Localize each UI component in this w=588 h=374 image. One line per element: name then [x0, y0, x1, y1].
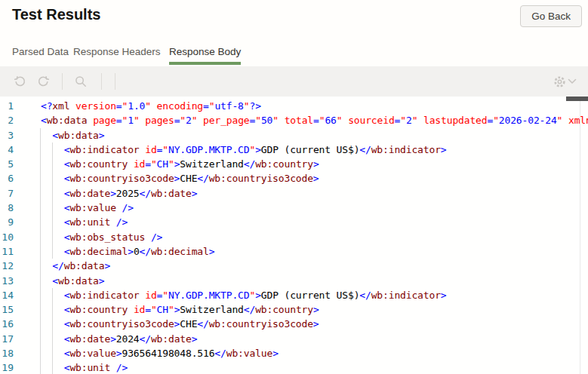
line-number: 7	[0, 186, 14, 201]
line-number: 2	[0, 113, 14, 127]
line-number: 10	[0, 230, 14, 244]
code-line: 13 <wb:data>	[0, 274, 588, 288]
code-lines: 1<?xml version="1.0" encoding="utf-8"?>2…	[0, 97, 588, 374]
code-editor[interactable]: 1<?xml version="1.0" encoding="utf-8"?>2…	[0, 97, 588, 374]
scrollbar-thumb[interactable]	[566, 97, 588, 101]
scrollbar-track	[580, 97, 580, 374]
line-number: 15	[0, 302, 14, 317]
line-number: 16	[0, 317, 14, 331]
code-line: 1<?xml version="1.0" encoding="utf-8"?>	[0, 99, 588, 113]
line-number: 4	[0, 143, 14, 157]
line-number: 6	[0, 171, 14, 185]
tab-bar: Parsed Data Response Headers Response Bo…	[0, 36, 588, 66]
code-line: 4 <wb:indicator id="NY.GDP.MKTP.CD">GDP …	[0, 143, 588, 157]
code-line: 10 <wb:obs_status />	[0, 230, 588, 244]
code-line: 16 <wb:countryiso3code>CHE</wb:countryis…	[0, 317, 588, 331]
code-line: 9 <wb:unit />	[0, 215, 588, 229]
toolbar-separator	[115, 73, 115, 90]
code-line: 11 <wb:decimal>0</wb:decimal>	[0, 244, 588, 259]
editor-toolbar	[0, 66, 588, 97]
header: Test Results Go Back	[0, 0, 588, 36]
chevron-down-icon[interactable]	[566, 66, 578, 97]
line-number: 13	[0, 274, 14, 288]
toolbar-separator	[62, 73, 63, 90]
line-number: 17	[0, 332, 14, 346]
code-line: 17 <wb:date>2024</wb:date>	[0, 332, 588, 346]
search-icon[interactable]	[69, 66, 92, 97]
toolbar-separator	[101, 73, 102, 90]
page-title: Test Results	[12, 6, 100, 23]
code-line: 18 <wb:value>936564198048.516</wb:value>	[0, 346, 588, 360]
line-number: 11	[0, 244, 14, 259]
line-number: 8	[0, 201, 14, 215]
line-number: 9	[0, 215, 14, 229]
line-number: 3	[0, 128, 14, 143]
code-line: 15 <wb:country id="CH">Switzerland</wb:c…	[0, 302, 588, 317]
tab-response-body[interactable]: Response Body	[169, 36, 241, 66]
code-line: 3 <wb:data>	[0, 128, 588, 143]
line-number: 12	[0, 259, 14, 273]
code-line: 19 <wb:unit />	[0, 360, 588, 374]
code-line: 12 </wb:data>	[0, 259, 588, 273]
code-line: 6 <wb:countryiso3code>CHE</wb:countryiso…	[0, 171, 588, 185]
redo-icon[interactable]	[32, 66, 55, 97]
tab-parsed-data[interactable]: Parsed Data	[12, 36, 69, 66]
code-line: 8 <wb:value />	[0, 201, 588, 215]
code-line: 7 <wb:date>2025</wb:date>	[0, 186, 588, 201]
code-line: 14 <wb:indicator id="NY.GDP.MKTP.CD">GDP…	[0, 288, 588, 302]
line-number: 19	[0, 360, 14, 374]
go-back-button[interactable]: Go Back	[520, 5, 582, 27]
code-line: 2<wb:data page="1" pages="2" per_page="5…	[0, 113, 588, 127]
code-line: 5 <wb:country id="CH">Switzerland</wb:co…	[0, 157, 588, 171]
line-number: 18	[0, 346, 14, 360]
tab-response-headers[interactable]: Response Headers	[73, 36, 161, 66]
line-number: 5	[0, 157, 14, 171]
undo-icon[interactable]	[8, 66, 31, 97]
line-number: 14	[0, 288, 14, 302]
line-number: 1	[0, 99, 14, 113]
